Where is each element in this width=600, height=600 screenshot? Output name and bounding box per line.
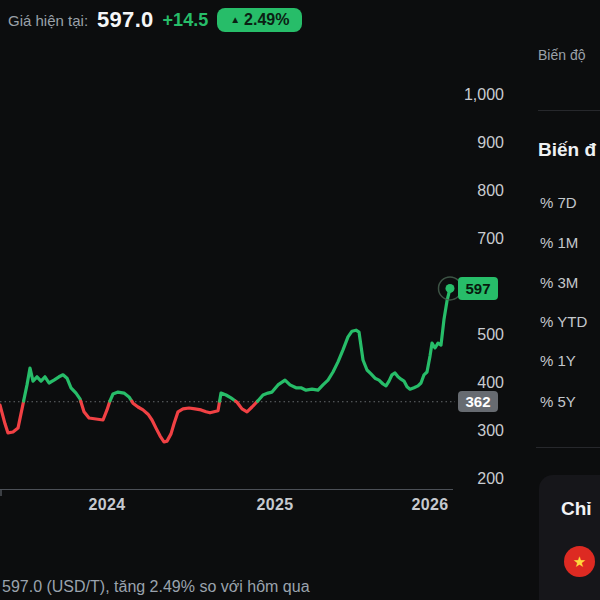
flag-star: ★ [573, 554, 586, 569]
sidebar-top-label: Biến độ [538, 47, 585, 63]
price-line-green-segment [220, 393, 236, 401]
vietnam-flag-icon: ★ [564, 546, 595, 577]
y-axis-tick-label: 300 [458, 422, 504, 440]
price-line-red-segment [0, 401, 24, 433]
last-point-dot [446, 284, 455, 293]
price-line-red-segment [236, 401, 258, 412]
price-summary-text: 597.0 (USD/T), tăng 2.49% so với hôm qua [2, 578, 310, 596]
sidebar-row-7d: % 7D [540, 194, 577, 211]
y-axis-tick-label: 900 [458, 134, 504, 152]
price-line-green-segment [24, 368, 81, 401]
sidebar-row-1m: % 1M [540, 234, 578, 251]
current-price-label: Giá hiện tại: [8, 12, 88, 29]
x-axis-tick-label: 2025 [245, 496, 305, 514]
x-axis-tick-label: 2024 [77, 496, 137, 514]
current-price-value: 597.0 [97, 7, 154, 33]
sidebar-section-title: Biến đ [538, 139, 596, 161]
sidebar-row-ytd: % YTD [540, 313, 587, 330]
price-line-red-segment [132, 401, 220, 442]
price-line-red-segment [81, 401, 110, 420]
sidebar-row-1y: % 1Y [540, 352, 576, 369]
y-axis-tick-label: 800 [458, 182, 504, 200]
price-change-percent-badge: ▲ 2.49% [217, 8, 302, 32]
current-price-axis-badge: 597 [458, 277, 498, 300]
price-line-green-segment [110, 392, 132, 401]
y-axis-tick-label: 700 [458, 230, 504, 248]
sidebar-row-5y: % 5Y [540, 393, 576, 410]
up-arrow-icon: ▲ [230, 15, 240, 25]
y-axis-tick-label: 400 [458, 374, 504, 392]
sidebar-row-3m: % 3M [540, 274, 578, 291]
bottom-right-card[interactable] [539, 475, 600, 600]
price-change-percent: 2.49% [244, 11, 289, 29]
price-header: Giá hiện tại: 597.0 +14.5 ▲ 2.49% [0, 0, 600, 40]
y-axis-tick-label: 500 [458, 326, 504, 344]
y-axis-tick-label: 1,000 [458, 86, 504, 104]
x-axis-tick-label: 2026 [400, 496, 460, 514]
price-change-value: +14.5 [163, 10, 209, 31]
baseline-price-axis-badge: 362 [458, 391, 498, 412]
sidebar-divider [536, 447, 600, 448]
sidebar-divider [538, 110, 600, 111]
y-axis-tick-label: 200 [458, 470, 504, 488]
card-section-title: Chỉ [561, 498, 592, 520]
price-line-green-segment [258, 288, 450, 401]
